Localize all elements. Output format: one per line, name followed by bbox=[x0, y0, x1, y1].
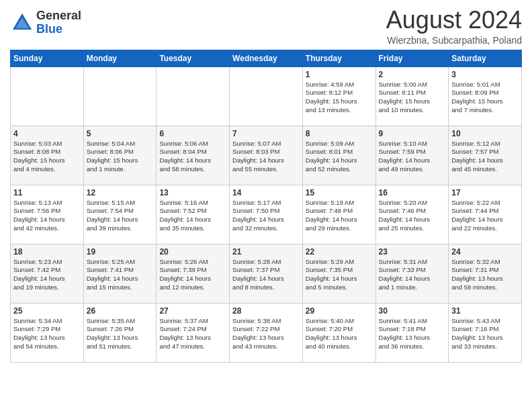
day-number: 19 bbox=[87, 247, 154, 257]
subtitle: Wierzbna, Subcarpathia, Poland bbox=[386, 35, 522, 46]
table-row: 22Sunrise: 5:29 AM Sunset: 7:35 PM Dayli… bbox=[302, 244, 375, 303]
table-row: 27Sunrise: 5:37 AM Sunset: 7:24 PM Dayli… bbox=[157, 303, 230, 362]
header: General Blue August 2024 Wierzbna, Subca… bbox=[10, 7, 522, 46]
day-number: 10 bbox=[451, 129, 519, 138]
table-row: 5Sunrise: 5:04 AM Sunset: 8:06 PM Daylig… bbox=[83, 126, 157, 185]
day-number: 17 bbox=[451, 188, 519, 197]
day-number: 31 bbox=[451, 306, 519, 316]
day-info: Sunrise: 5:37 AM Sunset: 7:24 PM Dayligh… bbox=[159, 317, 226, 351]
title-block: August 2024 Wierzbna, Subcarpathia, Pola… bbox=[386, 7, 522, 46]
logo: General Blue bbox=[10, 9, 81, 36]
day-number: 24 bbox=[451, 247, 519, 257]
logo-text: General Blue bbox=[36, 9, 81, 36]
col-sunday: Sunday bbox=[11, 50, 84, 66]
table-row: 19Sunrise: 5:25 AM Sunset: 7:41 PM Dayli… bbox=[83, 244, 157, 303]
day-info: Sunrise: 5:40 AM Sunset: 7:20 PM Dayligh… bbox=[306, 317, 373, 351]
calendar-header-row: Sunday Monday Tuesday Wednesday Thursday… bbox=[11, 50, 522, 66]
table-row: 31Sunrise: 5:43 AM Sunset: 7:16 PM Dayli… bbox=[449, 303, 522, 362]
day-info: Sunrise: 5:06 AM Sunset: 8:04 PM Dayligh… bbox=[159, 140, 226, 174]
table-row: 2Sunrise: 5:00 AM Sunset: 8:11 PM Daylig… bbox=[375, 66, 449, 126]
table-row bbox=[11, 66, 84, 126]
day-number: 22 bbox=[306, 247, 373, 257]
day-info: Sunrise: 5:43 AM Sunset: 7:16 PM Dayligh… bbox=[451, 317, 519, 351]
table-row bbox=[157, 66, 230, 126]
table-row: 30Sunrise: 5:41 AM Sunset: 7:18 PM Dayli… bbox=[375, 303, 449, 362]
day-info: Sunrise: 5:23 AM Sunset: 7:42 PM Dayligh… bbox=[13, 258, 81, 292]
day-number: 4 bbox=[13, 129, 81, 138]
day-info: Sunrise: 5:35 AM Sunset: 7:26 PM Dayligh… bbox=[87, 317, 154, 351]
day-number: 29 bbox=[306, 306, 373, 316]
day-number: 1 bbox=[306, 70, 373, 79]
calendar-week-2: 4Sunrise: 5:03 AM Sunset: 8:08 PM Daylig… bbox=[11, 126, 522, 185]
col-thursday: Thursday bbox=[302, 50, 375, 66]
day-info: Sunrise: 5:41 AM Sunset: 7:18 PM Dayligh… bbox=[379, 317, 446, 351]
day-info: Sunrise: 5:34 AM Sunset: 7:29 PM Dayligh… bbox=[13, 317, 81, 351]
day-info: Sunrise: 5:20 AM Sunset: 7:46 PM Dayligh… bbox=[379, 199, 446, 233]
table-row: 3Sunrise: 5:01 AM Sunset: 8:09 PM Daylig… bbox=[449, 66, 522, 126]
day-info: Sunrise: 5:28 AM Sunset: 7:37 PM Dayligh… bbox=[232, 258, 300, 292]
table-row: 7Sunrise: 5:07 AM Sunset: 8:03 PM Daylig… bbox=[230, 126, 303, 185]
day-number: 25 bbox=[13, 306, 81, 316]
day-info: Sunrise: 5:04 AM Sunset: 8:06 PM Dayligh… bbox=[87, 140, 154, 174]
day-number: 13 bbox=[159, 188, 226, 197]
day-info: Sunrise: 5:00 AM Sunset: 8:11 PM Dayligh… bbox=[379, 81, 446, 115]
table-row: 25Sunrise: 5:34 AM Sunset: 7:29 PM Dayli… bbox=[11, 303, 84, 362]
calendar-week-1: 1Sunrise: 4:59 AM Sunset: 8:12 PM Daylig… bbox=[11, 66, 522, 126]
table-row bbox=[83, 66, 157, 126]
day-info: Sunrise: 5:09 AM Sunset: 8:01 PM Dayligh… bbox=[306, 140, 373, 174]
day-info: Sunrise: 5:26 AM Sunset: 7:39 PM Dayligh… bbox=[159, 258, 226, 292]
day-number: 12 bbox=[87, 188, 154, 197]
table-row: 13Sunrise: 5:16 AM Sunset: 7:52 PM Dayli… bbox=[157, 185, 230, 244]
day-number: 14 bbox=[232, 188, 300, 197]
col-wednesday: Wednesday bbox=[230, 50, 303, 66]
table-row bbox=[230, 66, 303, 126]
table-row: 10Sunrise: 5:12 AM Sunset: 7:57 PM Dayli… bbox=[449, 126, 522, 185]
day-info: Sunrise: 4:59 AM Sunset: 8:12 PM Dayligh… bbox=[306, 81, 373, 115]
day-number: 30 bbox=[379, 306, 446, 316]
table-row: 14Sunrise: 5:17 AM Sunset: 7:50 PM Dayli… bbox=[230, 185, 303, 244]
day-number: 8 bbox=[306, 129, 373, 138]
day-info: Sunrise: 5:25 AM Sunset: 7:41 PM Dayligh… bbox=[87, 258, 154, 292]
day-number: 3 bbox=[451, 70, 519, 79]
calendar-week-3: 11Sunrise: 5:13 AM Sunset: 7:56 PM Dayli… bbox=[11, 185, 522, 244]
day-number: 27 bbox=[159, 306, 226, 316]
table-row: 23Sunrise: 5:31 AM Sunset: 7:33 PM Dayli… bbox=[375, 244, 449, 303]
day-number: 21 bbox=[232, 247, 300, 257]
day-number: 2 bbox=[379, 70, 446, 79]
table-row: 21Sunrise: 5:28 AM Sunset: 7:37 PM Dayli… bbox=[230, 244, 303, 303]
day-info: Sunrise: 5:32 AM Sunset: 7:31 PM Dayligh… bbox=[451, 258, 519, 292]
table-row: 4Sunrise: 5:03 AM Sunset: 8:08 PM Daylig… bbox=[11, 126, 84, 185]
day-info: Sunrise: 5:22 AM Sunset: 7:44 PM Dayligh… bbox=[451, 199, 519, 233]
day-number: 23 bbox=[379, 247, 446, 257]
day-info: Sunrise: 5:29 AM Sunset: 7:35 PM Dayligh… bbox=[306, 258, 373, 292]
table-row: 12Sunrise: 5:15 AM Sunset: 7:54 PM Dayli… bbox=[83, 185, 157, 244]
day-info: Sunrise: 5:38 AM Sunset: 7:22 PM Dayligh… bbox=[232, 317, 300, 351]
day-info: Sunrise: 5:17 AM Sunset: 7:50 PM Dayligh… bbox=[232, 199, 300, 233]
day-info: Sunrise: 5:07 AM Sunset: 8:03 PM Dayligh… bbox=[232, 140, 300, 174]
table-row: 17Sunrise: 5:22 AM Sunset: 7:44 PM Dayli… bbox=[449, 185, 522, 244]
table-row: 24Sunrise: 5:32 AM Sunset: 7:31 PM Dayli… bbox=[449, 244, 522, 303]
col-tuesday: Tuesday bbox=[157, 50, 230, 66]
table-row: 20Sunrise: 5:26 AM Sunset: 7:39 PM Dayli… bbox=[157, 244, 230, 303]
logo-icon bbox=[10, 11, 34, 35]
day-number: 20 bbox=[159, 247, 226, 257]
table-row: 29Sunrise: 5:40 AM Sunset: 7:20 PM Dayli… bbox=[302, 303, 375, 362]
day-number: 5 bbox=[87, 129, 154, 138]
table-row: 26Sunrise: 5:35 AM Sunset: 7:26 PM Dayli… bbox=[83, 303, 157, 362]
col-saturday: Saturday bbox=[449, 50, 522, 66]
day-number: 15 bbox=[306, 188, 373, 197]
day-info: Sunrise: 5:13 AM Sunset: 7:56 PM Dayligh… bbox=[13, 199, 81, 233]
day-number: 26 bbox=[87, 306, 154, 316]
day-info: Sunrise: 5:31 AM Sunset: 7:33 PM Dayligh… bbox=[379, 258, 446, 292]
page: General Blue August 2024 Wierzbna, Subca… bbox=[0, 0, 532, 369]
table-row: 16Sunrise: 5:20 AM Sunset: 7:46 PM Dayli… bbox=[375, 185, 449, 244]
calendar-week-5: 25Sunrise: 5:34 AM Sunset: 7:29 PM Dayli… bbox=[11, 303, 522, 362]
table-row: 8Sunrise: 5:09 AM Sunset: 8:01 PM Daylig… bbox=[302, 126, 375, 185]
table-row: 18Sunrise: 5:23 AM Sunset: 7:42 PM Dayli… bbox=[11, 244, 84, 303]
day-info: Sunrise: 5:10 AM Sunset: 7:59 PM Dayligh… bbox=[379, 140, 446, 174]
col-friday: Friday bbox=[375, 50, 449, 66]
day-number: 11 bbox=[13, 188, 81, 197]
calendar-week-4: 18Sunrise: 5:23 AM Sunset: 7:42 PM Dayli… bbox=[11, 244, 522, 303]
logo-blue-text: Blue bbox=[36, 23, 81, 36]
table-row: 11Sunrise: 5:13 AM Sunset: 7:56 PM Dayli… bbox=[11, 185, 84, 244]
